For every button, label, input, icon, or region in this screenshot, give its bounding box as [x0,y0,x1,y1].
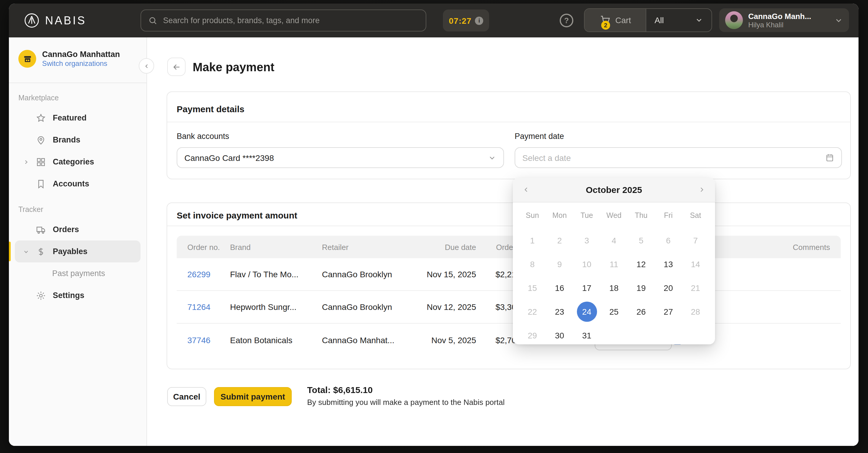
chevron-down-icon [834,16,843,25]
due-date-cell: Nov 15, 2025 [417,270,476,279]
calendar-next-month-button[interactable] [698,186,706,194]
calendar-day[interactable]: 12 [627,252,655,276]
retailer-cell: CannaGo Manhat... [322,335,417,345]
calendar-day[interactable]: 23 [546,300,573,323]
search-bar[interactable] [141,9,426,31]
cart-scope-group: 2 Cart All [584,8,712,32]
payment-date-input[interactable] [515,147,842,168]
sidebar-collapse-button[interactable] [139,58,154,74]
app-window: NABIS 07:27 i ? [9,4,859,446]
nabis-logo[interactable]: NABIS [24,4,86,37]
bank-account-value: CannaGo Card ****2398 [184,153,488,162]
sidebar: CannaGo Manhattan Switch organizations M… [9,37,147,446]
timer-value: 07:27 [449,16,472,25]
order-number-link[interactable]: 71264 [187,302,211,312]
sidebar-item-settings[interactable]: Settings [9,284,147,306]
sidebar-item-orders[interactable]: Orders [9,219,147,240]
sidebar-item-label: Orders [53,225,79,234]
submit-note: By submitting you will make a payment to… [307,398,504,407]
calendar-day: 7 [682,229,709,252]
user-menu[interactable]: CannaGo Manh... Hilya Khalil [719,8,849,32]
back-button[interactable] [167,58,186,76]
order-cell: 37746 [177,335,230,345]
weekday-label: Sun [519,207,546,224]
selected-item-accent [9,242,11,261]
sidebar-item-past-payments[interactable]: Past payments [9,262,147,284]
user-avatar [725,11,743,29]
brand-cell: Flav / To The Mo... [230,270,322,279]
calendar-day: 21 [682,276,709,300]
calendar-day[interactable]: 31 [573,323,600,344]
tracker-section-label: Tracker [9,195,147,219]
invoice-title: Set invoice payment amount [167,203,850,226]
calendar-day: 9 [546,252,573,276]
calendar-day: 22 [519,300,546,323]
calendar-day: 11 [600,252,627,276]
session-timer[interactable]: 07:27 i [443,9,490,31]
calendar-day[interactable]: 16 [546,276,573,300]
calendar-day[interactable]: 17 [573,276,600,300]
grid-icon [36,157,46,167]
cart-label: Cart [615,16,631,25]
calendar-day: 15 [519,276,546,300]
chevron-right-icon[interactable] [23,159,29,165]
calendar-day[interactable]: 18 [600,276,627,300]
switch-organizations-link[interactable]: Switch organizations [42,59,120,68]
cart-count-badge: 2 [601,21,610,30]
star-icon [36,113,46,123]
organization-text: CannaGo Manhattan Switch organizations [42,49,120,68]
user-org-name: CannaGo Manh... [748,11,829,21]
bank-account-select[interactable]: CannaGo Card ****2398 [177,147,504,168]
order-cell: 71264 [177,302,230,312]
sidebar-item-featured[interactable]: Featured [9,107,147,129]
sidebar-item-label: Featured [53,113,87,122]
order-cell: 26299 [177,270,230,279]
calendar-day: 10 [573,252,600,276]
invoice-row: 71264Hepworth Sungr...CannaGo BrooklynNo… [177,291,841,323]
payment-details-title: Payment details [167,92,850,122]
calendar-day[interactable]: 26 [627,300,655,323]
chevron-down-icon[interactable] [23,249,29,254]
calendar-month-title: October 2025 [586,185,642,195]
col-header-brand: Brand [230,243,322,251]
calendar-prev-month-button[interactable] [522,186,530,194]
invoice-row: 37746Eaton BotanicalsCannaGo Manhat...No… [177,323,841,356]
calendar-day[interactable]: 20 [655,276,682,300]
sidebar-item-label: Settings [53,291,85,300]
invoice-table: Order no. Brand Retailer Due date Order … [177,236,841,356]
weekday-label: Thu [627,207,655,224]
cart-button[interactable]: 2 Cart [585,9,646,31]
marketplace-section-label: Marketplace [9,83,147,107]
chevron-down-icon [488,153,496,162]
calendar-day[interactable]: 30 [546,323,573,344]
desktop-backdrop: NABIS 07:27 i ? [0,0,868,453]
calendar-day: 29 [519,323,546,344]
weekday-label: Tue [573,207,600,224]
calendar-day[interactable]: 27 [655,300,682,323]
payment-date-field[interactable] [522,153,825,162]
sidebar-item-label: Past payments [52,269,105,278]
sidebar-item-accounts[interactable]: Accounts [9,173,147,195]
submit-payment-button[interactable]: Submit payment [214,387,292,406]
user-text: CannaGo Manh... Hilya Khalil [748,11,829,29]
calendar-day[interactable]: 24 [573,300,600,323]
invoice-row: 26299Flav / To The Mo...CannaGo Brooklyn… [177,258,841,291]
order-number-link[interactable]: 37746 [187,335,211,345]
sidebar-item-payables[interactable]: Payables [15,240,141,262]
order-number-link[interactable]: 26299 [187,270,211,279]
sidebar-item-categories[interactable]: Categories [9,151,147,173]
search-input[interactable] [163,16,418,25]
calendar-day[interactable]: 19 [627,276,655,300]
calendar-header: October 2025 [513,177,715,202]
help-button[interactable]: ? [560,13,573,27]
map-pin-icon [36,135,46,145]
cancel-button[interactable]: Cancel [167,387,206,406]
scope-dropdown[interactable]: All [646,9,711,31]
calendar-day: 8 [519,252,546,276]
calendar-day: 1 [519,229,546,252]
weekday-label: Wed [600,207,627,224]
calendar-day[interactable]: 13 [655,252,682,276]
bank-accounts-label: Bank accounts [177,132,229,141]
calendar-day[interactable]: 25 [600,300,627,323]
sidebar-item-brands[interactable]: Brands [9,129,147,151]
